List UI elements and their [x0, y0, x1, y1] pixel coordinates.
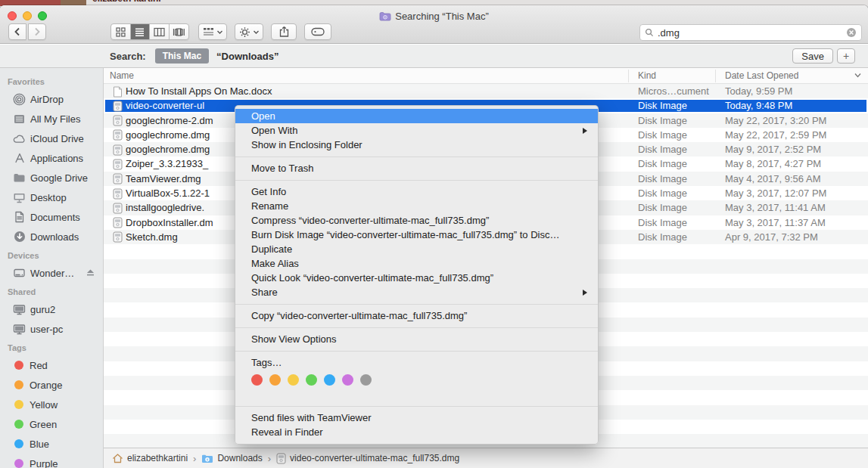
menu-item-reveal-in-finder[interactable]: Reveal in Finder — [235, 425, 598, 439]
path-segment-label: elizabethkartini — [127, 453, 188, 463]
column-divider[interactable] — [715, 70, 716, 82]
view-mode-control — [110, 23, 189, 40]
context-menu: OpenOpen WithShow in Enclosing FolderMov… — [235, 105, 599, 445]
menu-tag-color-dot[interactable] — [342, 374, 353, 386]
column-divider[interactable] — [628, 70, 629, 82]
path-segment-1[interactable]: Downloads — [201, 453, 262, 463]
path-chevron-icon: › — [268, 453, 271, 464]
file-date: Today, 9:59 PM — [725, 85, 792, 97]
menu-item-copy-video-converter-ultimate-mac-full73[interactable]: Copy “video-converter-ultimate-mac_full7… — [235, 308, 598, 323]
dmg-file-icon — [276, 453, 286, 464]
disk-image-icon — [113, 159, 123, 169]
file-date: May 8, 2017, 4:27 PM — [725, 158, 821, 169]
sidebar-item-red[interactable]: Red — [0, 355, 103, 375]
save-search-button[interactable]: Save — [792, 48, 833, 64]
file-row[interactable]: How To Install Apps On Mac.docxMicros…cu… — [104, 84, 868, 98]
sidebar-item-google-drive[interactable]: Google Drive — [0, 168, 103, 188]
sidebar-item-downloads[interactable]: Downloads — [0, 227, 103, 246]
sidebar-item-label: Google Drive — [30, 172, 88, 184]
file-kind: Disk Image — [638, 188, 687, 199]
menu-item-show-view-options[interactable]: Show View Options — [235, 332, 598, 346]
view-icon-view[interactable] — [111, 23, 131, 40]
eject-icon[interactable] — [86, 268, 95, 277]
menu-item-make-alias[interactable]: Make Alias — [235, 256, 598, 271]
view-column-view[interactable] — [150, 23, 170, 40]
sidebar-item-desktop[interactable]: Desktop — [0, 188, 103, 207]
sidebar-item-icloud-drive[interactable]: iCloud Drive — [0, 129, 103, 148]
chevron-right-icon — [32, 26, 42, 37]
sidebar-item-blue[interactable]: Blue — [0, 434, 103, 454]
menu-item-tags-[interactable]: Tags… — [235, 355, 598, 370]
add-criteria-button[interactable]: + — [837, 48, 855, 64]
display-icon — [13, 323, 26, 336]
sidebar-item-label: Blue — [30, 439, 49, 450]
menu-item-share[interactable]: Share — [235, 285, 598, 299]
sidebar-item-purple[interactable]: Purple — [0, 454, 103, 468]
sidebar-item-green[interactable]: Green — [0, 414, 103, 434]
menu-item-compress-video-converter-ultimate-mac-fu[interactable]: Compress “video-converter-ultimate-mac_f… — [235, 213, 598, 228]
sidebar-item-label: iCloud Drive — [30, 133, 84, 144]
menu-item-show-in-enclosing-folder[interactable]: Show in Enclosing Folder — [235, 138, 598, 152]
disk-image-icon — [113, 129, 123, 140]
sidebar-item-yellow[interactable]: Yellow — [0, 395, 103, 414]
column-header-name[interactable]: Name — [110, 70, 134, 81]
back-button[interactable] — [8, 23, 26, 40]
sidebar-item-user-pc[interactable]: user-pc — [0, 319, 103, 339]
tag-color-dot — [14, 380, 23, 389]
menu-item-quick-look-video-converter-ultimate-mac-[interactable]: Quick Look “video-converter-ultimate-mac… — [235, 271, 598, 285]
sidebar-item-label: Yellow — [30, 399, 58, 411]
menu-item-burn-disk-image-video-converter-ultimate[interactable]: Burn Disk Image “video-converter-ultimat… — [235, 228, 598, 242]
menu-item-send-files-with-teamviewer[interactable]: Send files with TeamViewer — [235, 411, 598, 425]
menu-item-open[interactable]: Open — [235, 109, 598, 123]
menu-item-rename[interactable]: Rename — [235, 199, 598, 213]
action-menu-button[interactable] — [235, 23, 263, 40]
sidebar-item-orange[interactable]: Orange — [0, 375, 103, 395]
search-input[interactable] — [658, 27, 842, 39]
menu-tag-color-dot[interactable] — [306, 374, 317, 386]
sidebar-section-tags: Tags — [0, 339, 103, 355]
file-kind: Disk Image — [638, 173, 687, 184]
menu-tag-color-dot[interactable] — [288, 374, 299, 386]
sidebar: FavoritesAirDropAll My FilesiCloud Drive… — [0, 68, 104, 468]
disk-image-icon — [113, 101, 123, 111]
menu-tag-color-dot[interactable] — [360, 374, 372, 386]
scope-downloads[interactable]: “Downloads” — [216, 51, 278, 62]
sidebar-item-wonder-[interactable]: Wonder… — [0, 263, 103, 283]
menu-tag-color-dot[interactable] — [269, 374, 281, 386]
menu-item-move-to-trash[interactable]: Move to Trash — [235, 161, 598, 175]
menu-item-duplicate[interactable]: Duplicate — [235, 242, 598, 256]
scope-this-mac[interactable]: This Mac — [155, 48, 209, 64]
column-header-kind[interactable]: Kind — [638, 70, 656, 81]
path-segment-label: video-converter-ultimate-mac_full735.dmg — [290, 453, 459, 463]
clear-search-icon[interactable] — [846, 27, 857, 38]
sidebar-item-airdrop[interactable]: AirDrop — [0, 89, 103, 109]
search-field[interactable] — [639, 24, 862, 41]
menu-tag-color-dot[interactable] — [324, 374, 335, 386]
forward-button[interactable] — [28, 23, 46, 40]
sidebar-item-all-my-files[interactable]: All My Files — [0, 109, 103, 129]
file-kind: Disk Image — [638, 217, 687, 228]
file-date: May 22, 2017, 3:20 PM — [725, 115, 826, 126]
menu-separator — [235, 406, 598, 407]
menu-tag-color-dot[interactable] — [251, 374, 263, 386]
view-coverflow-view[interactable] — [170, 23, 188, 40]
menu-item-open-with[interactable]: Open With — [235, 123, 598, 138]
sidebar-item-label: Orange — [30, 380, 62, 391]
sidebar-item-guru2[interactable]: guru2 — [0, 299, 103, 319]
view-list-view[interactable] — [131, 23, 151, 40]
disk-image-icon — [113, 115, 123, 126]
path-segment-2[interactable]: video-converter-ultimate-mac_full735.dmg — [276, 453, 459, 464]
sidebar-item-applications[interactable]: Applications — [0, 148, 103, 168]
path-segment-0[interactable]: elizabethkartini — [112, 453, 188, 463]
menu-item-get-info[interactable]: Get Info — [235, 184, 598, 199]
downloads-icon — [13, 231, 26, 243]
column-header-date[interactable]: Date Last Opened — [725, 70, 798, 81]
tag-button[interactable] — [304, 23, 331, 40]
arrange-button[interactable] — [198, 23, 227, 40]
applications-icon — [13, 152, 26, 165]
menu-separator — [235, 180, 598, 181]
sidebar-item-label: All My Files — [30, 113, 80, 125]
share-button[interactable] — [271, 23, 297, 40]
sidebar-item-documents[interactable]: Documents — [0, 207, 103, 227]
scope-bar-label: Search: — [110, 51, 146, 62]
